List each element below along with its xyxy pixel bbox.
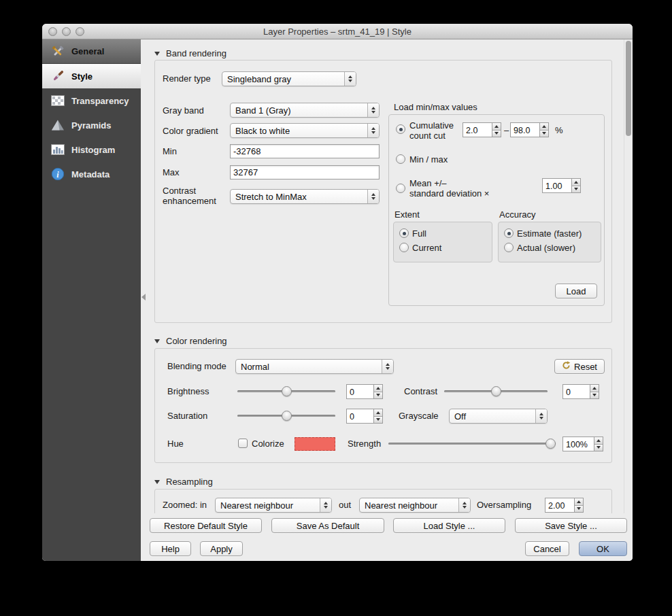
stepper-down-button[interactable] xyxy=(590,392,599,399)
cancel-button[interactable]: Cancel xyxy=(525,541,569,556)
minimize-window-button[interactable] xyxy=(62,27,71,36)
stepper-up-button[interactable] xyxy=(575,498,583,506)
saturation-label: Saturation xyxy=(167,411,207,421)
strength-slider[interactable] xyxy=(388,439,556,449)
stepper-up-button[interactable] xyxy=(540,123,548,131)
stepper-down-button[interactable] xyxy=(572,186,580,193)
saturation-slider[interactable] xyxy=(237,411,335,421)
sidebar-item-metadata[interactable]: i Metadata xyxy=(42,162,141,186)
spinbox-value[interactable]: 98.0 xyxy=(511,123,539,137)
button-label: Load Style ... xyxy=(424,521,475,531)
max-input[interactable] xyxy=(230,165,380,179)
sidebar-item-label: Style xyxy=(71,71,93,82)
oversampling-spinbox[interactable]: 2.00 xyxy=(545,498,584,513)
gray-band-dropdown[interactable]: Band 1 (Gray) xyxy=(230,103,380,118)
zoomed-in-dropdown[interactable]: Nearest neighbour xyxy=(215,498,332,513)
restore-default-style-button[interactable]: Restore Default Style xyxy=(150,518,262,533)
mean-std-radio[interactable] xyxy=(396,184,405,193)
contrast-spinbox[interactable]: 0 xyxy=(562,384,599,399)
stepper-up-button[interactable] xyxy=(590,385,599,392)
stepper-up-button[interactable] xyxy=(374,385,382,392)
close-window-button[interactable] xyxy=(48,27,57,36)
section-title: Color rendering xyxy=(166,336,227,346)
cumulative-high-spinbox[interactable]: 98.0 xyxy=(510,122,549,137)
color-gradient-dropdown[interactable]: Black to white xyxy=(230,123,380,138)
save-as-default-button[interactable]: Save As Default xyxy=(271,518,384,533)
spinbox-value[interactable]: 100% xyxy=(563,437,594,451)
cumulative-count-cut-radio[interactable] xyxy=(396,124,405,134)
accuracy-actual-radio[interactable] xyxy=(504,243,514,252)
sidebar-item-histogram[interactable]: Histogram xyxy=(42,137,141,162)
spinbox-value[interactable]: 0 xyxy=(347,409,373,423)
stepper-down-button[interactable] xyxy=(374,417,382,424)
vertical-scrollbar[interactable] xyxy=(624,39,633,513)
brightness-spinbox[interactable]: 0 xyxy=(346,384,383,399)
resampling-header[interactable]: Resampling xyxy=(154,477,213,487)
help-button[interactable]: Help xyxy=(150,541,191,556)
stepper-up-button[interactable] xyxy=(374,409,382,417)
zoomed-out-label: out xyxy=(339,500,351,510)
strength-spinbox[interactable]: 100% xyxy=(562,437,603,451)
brightness-slider[interactable] xyxy=(237,386,335,396)
scrollbar-thumb[interactable] xyxy=(626,41,631,136)
color-rendering-header[interactable]: Color rendering xyxy=(154,336,227,346)
titlebar[interactable]: Layer Properties – srtm_41_19 | Style xyxy=(42,24,633,39)
sidebar-item-style[interactable]: Style xyxy=(42,64,141,88)
stepper-down-button[interactable] xyxy=(540,131,548,137)
stepper-down-button[interactable] xyxy=(374,392,382,399)
load-style-button[interactable]: Load Style ... xyxy=(393,518,505,533)
stepper-up-button[interactable] xyxy=(594,437,603,445)
extent-current-label: Current xyxy=(412,243,441,253)
blending-mode-dropdown[interactable]: Normal xyxy=(235,359,394,374)
colorize-color-swatch[interactable] xyxy=(295,437,335,451)
tools-icon xyxy=(50,44,65,59)
zoomed-out-dropdown[interactable]: Nearest neighbour xyxy=(359,498,471,513)
save-style-button[interactable]: Save Style ... xyxy=(515,518,627,533)
apply-button[interactable]: Apply xyxy=(200,541,243,556)
saturation-spinbox[interactable]: 0 xyxy=(346,409,383,424)
mean-std-spinbox[interactable]: 1.00 xyxy=(542,178,581,193)
extent-full-radio[interactable] xyxy=(399,228,409,238)
contrast-slider[interactable] xyxy=(444,386,548,396)
contrast-enhancement-dropdown[interactable]: Stretch to MinMax xyxy=(230,189,380,204)
ok-button[interactable]: OK xyxy=(579,541,627,556)
reset-arrow-icon xyxy=(562,361,571,372)
stepper-down-button[interactable] xyxy=(575,506,583,513)
slider-thumb[interactable] xyxy=(545,439,556,449)
spinbox-value[interactable]: 0 xyxy=(347,385,373,398)
stepper-up-button[interactable] xyxy=(492,123,501,131)
stepper-up-button[interactable] xyxy=(572,179,580,186)
grayscale-dropdown[interactable]: Off xyxy=(449,409,548,424)
spinbox-value[interactable]: 1.00 xyxy=(543,179,571,192)
spinbox-value[interactable]: 2.0 xyxy=(463,123,492,137)
accuracy-actual-label: Actual (slower) xyxy=(517,243,575,253)
sidebar-item-label: Pyramids xyxy=(71,120,112,131)
stepper-down-button[interactable] xyxy=(594,445,603,451)
blending-mode-label: Blending mode xyxy=(167,362,226,371)
panel-collapse-arrow-icon[interactable] xyxy=(141,294,146,301)
min-input[interactable] xyxy=(230,144,380,158)
slider-thumb[interactable] xyxy=(491,386,501,396)
stepper-down-button[interactable] xyxy=(492,131,501,137)
dropdown-value: Band 1 (Gray) xyxy=(231,105,367,116)
colorize-checkbox[interactable] xyxy=(238,439,248,448)
window-controls xyxy=(48,27,84,36)
cumulative-low-spinbox[interactable]: 2.0 xyxy=(463,122,501,137)
load-button[interactable]: Load xyxy=(555,284,597,298)
min-max-radio[interactable] xyxy=(396,154,405,164)
sidebar-item-pyramids[interactable]: Pyramids xyxy=(42,113,141,137)
sidebar-item-transparency[interactable]: Transparency xyxy=(42,88,141,113)
slider-thumb[interactable] xyxy=(282,411,292,421)
accuracy-estimate-radio[interactable] xyxy=(504,228,514,238)
reset-button[interactable]: Reset xyxy=(554,359,605,374)
sidebar-item-general[interactable]: General xyxy=(42,39,141,64)
button-label: Help xyxy=(161,544,180,554)
spinbox-value[interactable]: 2.00 xyxy=(545,498,574,512)
band-rendering-header[interactable]: Band rendering xyxy=(154,48,226,58)
sidebar-item-label: Metadata xyxy=(71,169,110,179)
render-type-dropdown[interactable]: Singleband gray xyxy=(222,71,356,86)
zoom-window-button[interactable] xyxy=(75,27,84,36)
spinbox-value[interactable]: 0 xyxy=(563,385,590,398)
extent-current-radio[interactable] xyxy=(399,243,409,252)
slider-thumb[interactable] xyxy=(282,386,292,396)
